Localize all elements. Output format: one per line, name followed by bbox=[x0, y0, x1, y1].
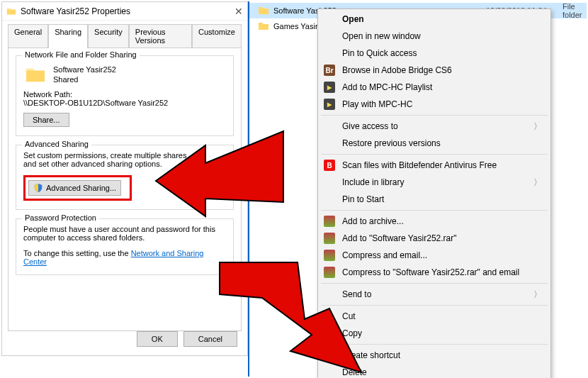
ctx-give-access-to[interactable]: Give access to〉 bbox=[320, 118, 549, 135]
tab-security[interactable]: Security bbox=[88, 24, 129, 48]
ctx-pin-quick-access[interactable]: Pin to Quick access bbox=[320, 45, 549, 62]
password-protection-group: Password Protection People must have a u… bbox=[16, 218, 234, 275]
advanced-sharing-label: Advanced Sharing... bbox=[46, 184, 116, 192]
ctx-rar-compress-email-named[interactable]: Compress to "Software Yasir252.rar" and … bbox=[320, 264, 549, 281]
folder-icon bbox=[258, 6, 269, 16]
tab-general[interactable]: General bbox=[8, 24, 48, 48]
ctx-restore-previous[interactable]: Restore previous versions bbox=[320, 135, 549, 152]
password-hint-prefix: To change this setting, use the bbox=[23, 249, 131, 257]
mpc-icon: ▶ bbox=[324, 99, 335, 110]
bitdefender-icon: B bbox=[324, 160, 335, 171]
ctx-mpc-add-playlist[interactable]: ▶Add to MPC-HC Playlist bbox=[320, 79, 549, 96]
network-sharing-group: Network File and Folder Sharing Software… bbox=[16, 55, 234, 136]
ctx-open[interactable]: Open bbox=[320, 11, 549, 28]
ctx-cut[interactable]: Cut bbox=[320, 308, 549, 325]
ctx-copy[interactable]: Copy bbox=[320, 325, 549, 342]
ctx-delete[interactable]: Delete bbox=[320, 364, 549, 378]
winrar-icon bbox=[324, 267, 335, 278]
shield-icon bbox=[33, 183, 43, 193]
ctx-pin-start[interactable]: Pin to Start bbox=[320, 191, 549, 208]
share-status: Shared bbox=[53, 74, 116, 84]
highlight-box: Advanced Sharing... bbox=[23, 175, 132, 201]
tab-customize[interactable]: Customize bbox=[192, 24, 242, 48]
context-menu: Open Open in new window Pin to Quick acc… bbox=[317, 9, 551, 378]
password-desc: People must have a user account and pass… bbox=[23, 225, 226, 242]
ctx-rar-add-archive[interactable]: Add to archive... bbox=[320, 213, 549, 230]
tab-previous-versions[interactable]: Previous Versions bbox=[129, 24, 192, 48]
ctx-bitdefender-scan[interactable]: BScan files with Bitdefender Antivirus F… bbox=[320, 157, 549, 174]
ctx-rar-add-named[interactable]: Add to "Software Yasir252.rar" bbox=[320, 230, 549, 247]
winrar-icon bbox=[324, 233, 335, 244]
ctx-rar-compress-email[interactable]: Compress and email... bbox=[320, 247, 549, 264]
group-legend: Password Protection bbox=[22, 213, 99, 222]
mpc-icon: ▶ bbox=[324, 82, 335, 93]
advanced-sharing-button[interactable]: Advanced Sharing... bbox=[28, 180, 121, 196]
winrar-icon bbox=[324, 250, 335, 261]
chevron-right-icon: 〉 bbox=[533, 289, 542, 301]
separator bbox=[321, 210, 548, 211]
group-legend: Advanced Sharing bbox=[22, 140, 91, 148]
close-button[interactable]: ✕ bbox=[234, 6, 243, 17]
share-button[interactable]: Share... bbox=[23, 113, 69, 127]
ctx-send-to[interactable]: Send to〉 bbox=[320, 286, 549, 303]
titlebar[interactable]: Software Yasir252 Properties ✕ bbox=[2, 2, 247, 21]
file-type: File folder bbox=[562, 2, 587, 19]
separator bbox=[321, 115, 548, 116]
folder-icon bbox=[6, 6, 16, 16]
separator bbox=[321, 344, 548, 345]
separator bbox=[321, 305, 548, 306]
tab-sharing[interactable]: Sharing bbox=[48, 24, 88, 48]
separator bbox=[321, 154, 548, 155]
advanced-desc: Set custom permissions, create multiple … bbox=[23, 151, 200, 168]
ctx-open-new-window[interactable]: Open in new window bbox=[320, 28, 549, 45]
ctx-browse-bridge[interactable]: BrBrowse in Adobe Bridge CS6 bbox=[320, 62, 549, 79]
ctx-create-shortcut[interactable]: Create shortcut bbox=[320, 347, 549, 364]
network-path: \\DESKTOP-OB1U12D\Software Yasir252 bbox=[23, 99, 226, 107]
group-legend: Network File and Folder Sharing bbox=[22, 50, 140, 59]
ok-button[interactable]: OK bbox=[137, 331, 178, 347]
ctx-mpc-play[interactable]: ▶Play with MPC-HC bbox=[320, 96, 549, 113]
tab-panel-sharing: Network File and Folder Sharing Software… bbox=[8, 48, 242, 331]
separator bbox=[321, 283, 548, 284]
shared-folder-icon bbox=[25, 65, 46, 84]
dialog-title: Software Yasir252 Properties bbox=[21, 6, 130, 16]
chevron-right-icon: 〉 bbox=[533, 177, 542, 189]
bridge-icon: Br bbox=[324, 65, 335, 76]
network-path-label: Network Path: bbox=[23, 90, 226, 99]
folder-icon bbox=[258, 21, 269, 31]
winrar-icon bbox=[324, 216, 335, 227]
ctx-include-library[interactable]: Include in library〉 bbox=[320, 174, 549, 191]
advanced-sharing-group: Advanced Sharing Set custom permissions,… bbox=[16, 145, 234, 210]
tabs: General Sharing Security Previous Versio… bbox=[2, 21, 247, 48]
cancel-button[interactable]: Cancel bbox=[183, 331, 237, 347]
dialog-buttons: OK Cancel bbox=[137, 331, 237, 347]
chevron-right-icon: 〉 bbox=[533, 121, 542, 133]
folder-name: Software Yasir252 bbox=[53, 65, 116, 74]
properties-dialog: Software Yasir252 Properties ✕ General S… bbox=[1, 1, 248, 356]
